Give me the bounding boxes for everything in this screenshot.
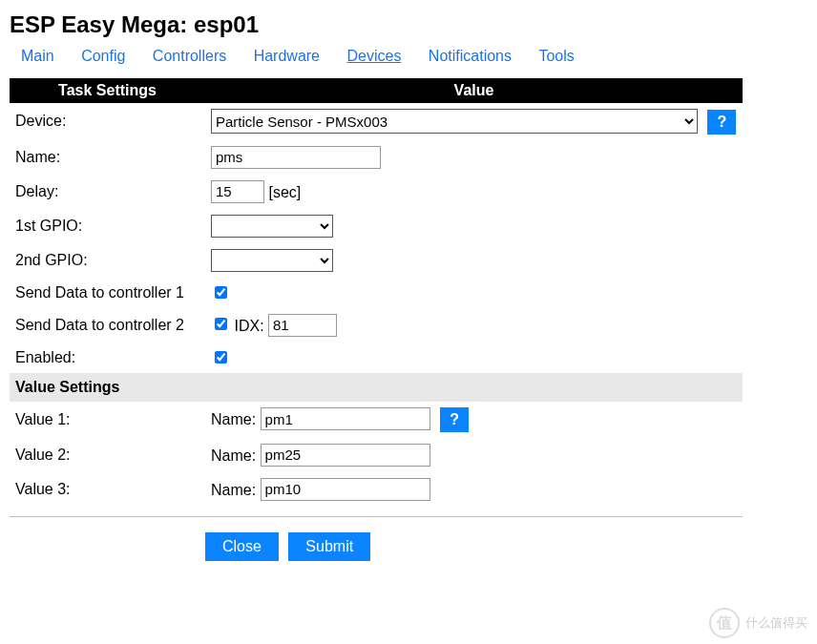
label-value2: Value 2: [10,438,205,472]
label-value3: Value 3: [10,472,205,507]
label-value1: Value 1: [10,402,205,438]
nav-notifications[interactable]: Notifications [429,48,512,64]
page-title: ESP Easy Mega: esp01 [10,11,807,38]
enabled-checkbox[interactable] [215,351,227,364]
label-delay: Delay: [10,175,205,209]
gpio1-select[interactable] [211,215,333,238]
watermark-icon: 值 [709,608,740,638]
nav-hardware[interactable]: Hardware [254,48,320,64]
value1-name-input[interactable] [261,407,430,430]
watermark-text: 什么值得买 [745,614,807,632]
label-send2: Send Data to controller 2 [10,308,205,343]
value3-name-input[interactable] [261,478,430,501]
task-settings-table: Task Settings Value Device: Particle Sen… [10,78,743,507]
delay-input[interactable] [211,180,264,203]
submit-button[interactable]: Submit [288,532,370,561]
main-nav: Main Config Controllers Hardware Devices… [10,48,807,65]
label-value3-name: Name: [211,481,256,497]
label-value1-name: Name: [211,411,256,427]
label-idx: IDX: [234,317,263,333]
delay-unit: [sec] [268,183,301,199]
button-row: Close Submit [205,532,807,561]
idx-input[interactable] [268,314,337,337]
close-button[interactable]: Close [205,532,279,561]
col-value: Value [205,78,743,103]
value-help-button[interactable]: ? [440,407,469,432]
nav-main[interactable]: Main [21,48,54,64]
device-help-button[interactable]: ? [707,110,736,135]
nav-config[interactable]: Config [81,48,125,64]
gpio2-select[interactable] [211,249,333,272]
label-value2-name: Name: [211,447,256,463]
send2-checkbox[interactable] [215,318,227,330]
nav-devices[interactable]: Devices [346,48,401,64]
device-select[interactable]: Particle Sensor - PMSx003 [211,109,698,134]
nav-tools[interactable]: Tools [538,48,574,64]
label-device: Device: [10,103,205,140]
label-gpio2: 2nd GPIO: [10,243,205,278]
label-name: Name: [10,140,205,175]
label-send1: Send Data to controller 1 [10,278,205,308]
value-settings-header: Value Settings [10,373,743,402]
value2-name-input[interactable] [261,444,430,467]
separator [10,516,743,517]
col-task-settings: Task Settings [10,78,205,103]
send1-checkbox[interactable] [215,286,227,299]
label-gpio1: 1st GPIO: [10,209,205,243]
label-enabled: Enabled: [10,343,205,373]
name-input[interactable] [211,146,381,169]
watermark: 值 什么值得买 [709,608,807,638]
nav-controllers[interactable]: Controllers [153,48,226,64]
